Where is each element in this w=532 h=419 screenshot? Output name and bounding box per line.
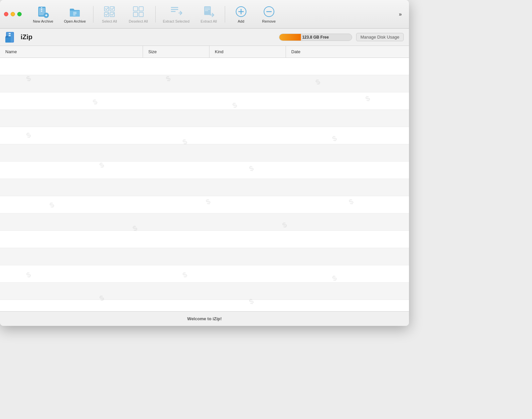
extract-all-icon: [202, 5, 215, 18]
col-header-date: Date: [286, 46, 409, 58]
remove-icon: [263, 5, 275, 18]
svg-rect-15: [133, 7, 138, 11]
toolbar: New Archive Open Archive: [0, 0, 409, 29]
svg-rect-7: [46, 14, 47, 16]
table-row[interactable]: [0, 92, 409, 110]
select-all-icon: [103, 5, 116, 18]
deselect-all-label: Deselect All: [129, 19, 148, 23]
disk-usage-fill: [279, 34, 301, 41]
svg-rect-36: [9, 35, 11, 36]
extract-all-button[interactable]: Extract All: [196, 4, 222, 25]
table-row[interactable]: [0, 248, 409, 265]
extract-all-label: Extract All: [200, 19, 217, 23]
toolbar-divider-2: [155, 6, 156, 23]
svg-rect-26: [205, 10, 208, 11]
maximize-button[interactable]: [17, 12, 22, 16]
col-header-kind: Kind: [209, 46, 286, 58]
new-archive-button[interactable]: New Archive: [28, 4, 58, 25]
deselect-all-icon: [132, 5, 145, 18]
add-icon: [235, 5, 247, 18]
extract-selected-icon: [170, 5, 183, 18]
window-controls: [4, 12, 22, 16]
manage-disk-button[interactable]: Manage Disk Usage: [356, 33, 404, 41]
table-header: Name Size Kind Date: [0, 46, 409, 58]
table-row[interactable]: [0, 283, 409, 300]
svg-rect-2: [41, 7, 42, 8]
minimize-button[interactable]: [11, 12, 15, 16]
table-row[interactable]: [0, 213, 409, 231]
file-list: $$$$$$$$$$$$$$$$$$$$$$$$$$: [0, 58, 409, 311]
deselect-all-button[interactable]: Deselect All: [124, 4, 152, 25]
svg-rect-10: [73, 15, 75, 15]
app-footer: Welcome to iZip!: [0, 311, 409, 326]
svg-rect-17: [133, 12, 138, 17]
table-row[interactable]: [0, 300, 409, 311]
select-all-label: Select All: [102, 19, 117, 23]
svg-rect-8: [73, 12, 76, 13]
disk-usage-text: 123.8 GB Free: [302, 35, 329, 40]
svg-rect-24: [205, 8, 210, 8]
overflow-button[interactable]: »: [396, 10, 405, 19]
svg-rect-4: [41, 11, 42, 12]
remove-button[interactable]: Remove: [256, 4, 282, 25]
add-label: Add: [238, 19, 244, 23]
footer-text: Welcome to iZip!: [187, 316, 222, 321]
table-row[interactable]: [0, 144, 409, 162]
app-logo-icon: [5, 31, 17, 43]
svg-rect-20: [171, 9, 178, 10]
close-button[interactable]: [4, 12, 8, 16]
col-header-size: Size: [143, 46, 209, 58]
svg-rect-3: [41, 9, 42, 10]
toolbar-items: New Archive Open Archive: [28, 4, 405, 25]
svg-rect-13: [104, 12, 109, 17]
toolbar-divider-1: [93, 6, 93, 23]
svg-rect-35: [9, 33, 11, 34]
table-row[interactable]: [0, 127, 409, 144]
overflow-icon: »: [399, 11, 402, 17]
extract-selected-label: Extract Selected: [163, 19, 190, 23]
remove-label: Remove: [262, 19, 276, 23]
open-archive-button[interactable]: Open Archive: [59, 4, 90, 25]
table-row[interactable]: [0, 162, 409, 179]
svg-rect-18: [139, 12, 143, 17]
table-row[interactable]: [0, 58, 409, 75]
select-all-button[interactable]: Select All: [96, 4, 123, 25]
svg-rect-12: [110, 7, 114, 11]
svg-rect-39: [6, 36, 8, 38]
new-archive-icon: [37, 5, 50, 18]
svg-rect-25: [205, 9, 210, 10]
extract-selected-button[interactable]: Extract Selected: [158, 4, 194, 25]
new-archive-label: New Archive: [33, 19, 53, 23]
app-name: iZip: [21, 33, 33, 41]
app-header-right: 123.8 GB Free Manage Disk Usage: [279, 33, 404, 41]
table-row[interactable]: [0, 265, 409, 283]
app-logo: iZip: [5, 31, 33, 43]
table-row[interactable]: [0, 75, 409, 92]
svg-rect-19: [171, 7, 178, 8]
table-row[interactable]: [0, 179, 409, 196]
table-row[interactable]: [0, 196, 409, 213]
svg-rect-21: [171, 11, 176, 12]
table-row[interactable]: [0, 231, 409, 248]
table-row[interactable]: [0, 110, 409, 127]
open-archive-label: Open Archive: [64, 19, 86, 23]
add-button[interactable]: Add: [228, 4, 254, 25]
svg-rect-16: [139, 7, 143, 11]
open-archive-icon: [68, 5, 81, 18]
col-header-name: Name: [0, 46, 143, 58]
toolbar-divider-3: [225, 6, 225, 23]
svg-rect-11: [104, 7, 109, 11]
svg-rect-14: [110, 12, 114, 17]
svg-rect-9: [73, 13, 76, 14]
disk-usage-bar: 123.8 GB Free: [279, 34, 352, 41]
app-header: iZip 123.8 GB Free Manage Disk Usage: [0, 29, 409, 46]
